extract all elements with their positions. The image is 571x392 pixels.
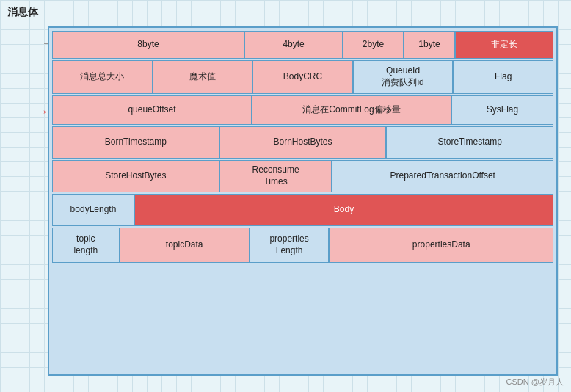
watermark: CSDN @岁月人 [506, 377, 564, 388]
main-box: 8byte 4byte 2byte 1byte 非定长 消息总大小 魔术值 Bo… [48, 26, 558, 376]
cell-8byte: 8byte [52, 31, 244, 59]
cell-commitlog-offset: 消息在CommitLog偏移量 [252, 95, 451, 125]
row-store-host: StoreHostBytes ReconsumeTimes PreparedTr… [52, 160, 553, 192]
cell-topic-length: topiclength [52, 228, 120, 263]
cell-variable-length: 非定长 [455, 31, 553, 59]
cell-body-length: bodyLength [52, 194, 134, 226]
cell-magic: 魔术值 [153, 60, 253, 94]
cell-flag: Flag [453, 60, 553, 94]
cell-prepared-transaction-offset: PreparedTransactionOffset [332, 160, 553, 192]
cell-store-host-bytes: StoreHostBytes [52, 160, 219, 192]
cell-1byte: 1byte [404, 31, 455, 59]
row-main-fields: 消息总大小 魔术值 BodyCRC QueueId消费队列id Flag [52, 60, 553, 94]
row-body: bodyLength Body [52, 194, 553, 226]
row-byte-sizes: 8byte 4byte 2byte 1byte 非定长 [52, 31, 553, 59]
cell-body: Body [134, 194, 553, 226]
page-container: 消息体 → 8byte 4byte 2byte 1byte 非定长 消息总大小 … [0, 0, 571, 392]
row-queue-offset: queueOffset 消息在CommitLog偏移量 SysFlag [52, 95, 553, 125]
cell-total-size: 消息总大小 [52, 60, 153, 94]
cell-topic-data: topicData [120, 228, 250, 263]
arrow-indicator: → [35, 104, 48, 120]
cell-properties-data: propertiesData [329, 228, 553, 263]
cell-store-timestamp: StoreTimestamp [386, 126, 553, 159]
inner-grid: 8byte 4byte 2byte 1byte 非定长 消息总大小 魔术值 Bo… [52, 31, 553, 371]
row-topic-properties: topiclength topicData propertiesLength p… [52, 228, 553, 263]
cell-queue-offset: queueOffset [52, 95, 252, 125]
cell-born-host-bytes: BornHostBytes [219, 126, 387, 159]
cell-born-timestamp: BornTimestamp [52, 126, 219, 159]
cell-properties-length: propertiesLength [250, 228, 330, 263]
cell-sysflag: SysFlag [451, 95, 553, 125]
cell-2byte: 2byte [343, 31, 404, 59]
cell-reconsume-times: ReconsumeTimes [219, 160, 332, 192]
row-timestamps: BornTimestamp BornHostBytes StoreTimesta… [52, 126, 553, 159]
cell-queue-id: QueueId消费队列id [353, 60, 454, 94]
cell-4byte: 4byte [244, 31, 343, 59]
cell-body-crc: BodyCRC [252, 60, 353, 94]
page-title: 消息体 [7, 6, 38, 19]
